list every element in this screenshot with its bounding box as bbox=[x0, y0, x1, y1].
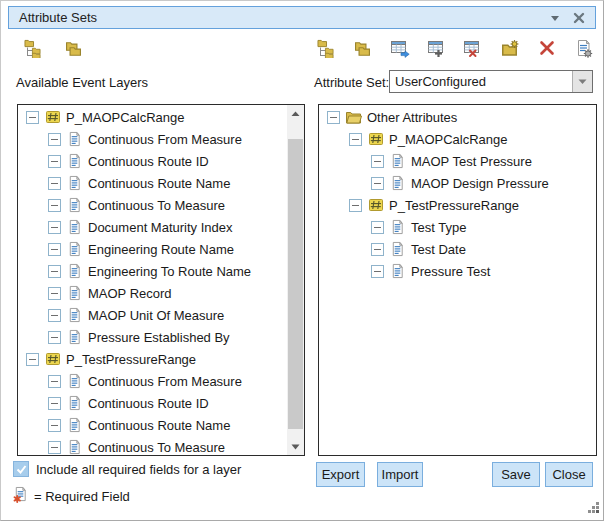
collapse-minus-icon[interactable] bbox=[371, 177, 384, 190]
left-panel-scrollbar[interactable] bbox=[287, 105, 304, 455]
tree-folders-icon[interactable] bbox=[21, 37, 45, 59]
collapse-minus-icon[interactable] bbox=[371, 221, 384, 234]
collapse-minus-icon[interactable] bbox=[48, 155, 61, 168]
tree-item-label: P_TestPressureRange bbox=[389, 198, 519, 213]
collapse-minus-icon[interactable] bbox=[48, 243, 61, 256]
scroll-up-icon[interactable] bbox=[287, 105, 304, 122]
include-required-fields-checkbox[interactable] bbox=[13, 461, 29, 477]
collapse-minus-icon[interactable] bbox=[349, 133, 362, 146]
collapse-minus-icon[interactable] bbox=[371, 265, 384, 278]
tree-item[interactable]: Continuous Route Name bbox=[18, 414, 287, 436]
close-icon[interactable] bbox=[571, 10, 587, 26]
tree-item[interactable]: Continuous To Measure bbox=[18, 194, 287, 216]
collapse-minus-icon[interactable] bbox=[327, 111, 340, 124]
tree-item[interactable]: P_MAOPCalcRange bbox=[319, 128, 596, 150]
delete-icon[interactable] bbox=[535, 37, 559, 59]
tree-item[interactable]: Engineering To Route Name bbox=[18, 260, 287, 282]
tree-item[interactable]: Continuous Route ID bbox=[18, 150, 287, 172]
scrollbar-thumb[interactable] bbox=[288, 139, 303, 429]
resize-grip-icon[interactable] bbox=[587, 502, 599, 514]
field-icon bbox=[389, 263, 406, 280]
collapse-minus-icon[interactable] bbox=[48, 177, 61, 190]
field-icon bbox=[389, 175, 406, 192]
tree-item[interactable]: Test Date bbox=[319, 238, 596, 260]
tree-item[interactable]: Continuous Route Name bbox=[18, 172, 287, 194]
field-icon bbox=[66, 439, 83, 456]
tree-item[interactable]: P_MAOPCalcRange bbox=[18, 106, 287, 128]
attribute-set-panel: Other AttributesP_MAOPCalcRangeMAOP Test… bbox=[318, 104, 597, 456]
tree-item-label: MAOP Test Pressure bbox=[411, 154, 532, 169]
export-button[interactable]: Export bbox=[316, 462, 365, 487]
tree-item[interactable]: MAOP Test Pressure bbox=[319, 150, 596, 172]
close-button[interactable]: Close bbox=[545, 462, 593, 487]
open-folders-icon[interactable] bbox=[61, 37, 85, 59]
tree-item[interactable]: Continuous To Measure bbox=[18, 436, 287, 456]
tree-item[interactable]: MAOP Record bbox=[18, 282, 287, 304]
tree-item[interactable]: Engineering Route Name bbox=[18, 238, 287, 260]
table-export-icon[interactable] bbox=[388, 37, 412, 59]
save-button[interactable]: Save bbox=[492, 462, 540, 487]
collapse-minus-icon[interactable] bbox=[48, 419, 61, 432]
tree-item[interactable]: Pressure Test bbox=[319, 260, 596, 282]
collapse-minus-icon[interactable] bbox=[48, 221, 61, 234]
field-icon bbox=[66, 395, 83, 412]
tree-item[interactable]: P_TestPressureRange bbox=[18, 348, 287, 370]
collapse-minus-icon[interactable] bbox=[48, 133, 61, 146]
collapse-icon[interactable] bbox=[547, 10, 563, 26]
tree-item-label: Continuous Route Name bbox=[88, 176, 230, 191]
collapse-minus-icon[interactable] bbox=[371, 155, 384, 168]
tree-item[interactable]: Continuous Route ID bbox=[18, 392, 287, 414]
table-remove-icon[interactable] bbox=[461, 37, 485, 59]
collapse-minus-icon[interactable] bbox=[48, 331, 61, 344]
tree-item-label: Test Type bbox=[411, 220, 466, 235]
field-icon bbox=[66, 175, 83, 192]
folder-gear-icon[interactable] bbox=[498, 37, 522, 59]
field-icon bbox=[66, 263, 83, 280]
collapse-minus-icon[interactable] bbox=[48, 397, 61, 410]
collapse-minus-icon[interactable] bbox=[48, 441, 61, 454]
tree-item[interactable]: Test Type bbox=[319, 216, 596, 238]
page-gear-icon[interactable] bbox=[572, 37, 596, 59]
collapse-minus-icon[interactable] bbox=[48, 287, 61, 300]
collapse-minus-icon[interactable] bbox=[349, 199, 362, 212]
collapse-minus-icon[interactable] bbox=[48, 375, 61, 388]
collapse-minus-icon[interactable] bbox=[26, 111, 39, 124]
tree-item-label: Continuous To Measure bbox=[88, 198, 225, 213]
tree-item-label: Test Date bbox=[411, 242, 466, 257]
event-layer-icon bbox=[44, 351, 61, 368]
tree-item[interactable]: Continuous From Measure bbox=[18, 128, 287, 150]
tree-item-label: Continuous Route Name bbox=[88, 418, 230, 433]
required-field-legend: = Required Field bbox=[34, 489, 130, 504]
open-folders-icon[interactable] bbox=[351, 37, 375, 59]
attribute-set-dropdown[interactable]: UserConfigured bbox=[389, 70, 593, 93]
tree-item[interactable]: P_TestPressureRange bbox=[319, 194, 596, 216]
event-layer-icon bbox=[367, 197, 384, 214]
chevron-down-icon[interactable] bbox=[572, 71, 592, 92]
tree-folders-icon[interactable] bbox=[314, 37, 338, 59]
tree-item[interactable]: Other Attributes bbox=[319, 106, 596, 128]
tree-item[interactable]: Pressure Established By bbox=[18, 326, 287, 348]
collapse-minus-icon[interactable] bbox=[48, 309, 61, 322]
field-icon bbox=[66, 329, 83, 346]
tree-item-label: MAOP Unit Of Measure bbox=[88, 308, 224, 323]
collapse-minus-icon[interactable] bbox=[48, 265, 61, 278]
required-field-icon bbox=[13, 486, 28, 507]
tree-item[interactable]: Continuous From Measure bbox=[18, 370, 287, 392]
field-icon bbox=[66, 153, 83, 170]
field-icon bbox=[66, 307, 83, 324]
import-button[interactable]: Import bbox=[377, 462, 423, 487]
tree-item-label: Pressure Established By bbox=[88, 330, 230, 345]
collapse-minus-icon[interactable] bbox=[26, 353, 39, 366]
tree-item[interactable]: MAOP Design Pressure bbox=[319, 172, 596, 194]
tree-item[interactable]: Document Maturity Index bbox=[18, 216, 287, 238]
table-add-icon[interactable] bbox=[425, 37, 449, 59]
tree-item-label: Continuous From Measure bbox=[88, 132, 242, 147]
attribute-set-value: UserConfigured bbox=[390, 71, 572, 92]
tree-item[interactable]: MAOP Unit Of Measure bbox=[18, 304, 287, 326]
event-layer-icon bbox=[44, 109, 61, 126]
available-event-layers-label: Available Event Layers bbox=[16, 75, 148, 90]
collapse-minus-icon[interactable] bbox=[48, 199, 61, 212]
tree-item-label: P_MAOPCalcRange bbox=[389, 132, 508, 147]
scroll-down-icon[interactable] bbox=[287, 438, 304, 455]
collapse-minus-icon[interactable] bbox=[371, 243, 384, 256]
